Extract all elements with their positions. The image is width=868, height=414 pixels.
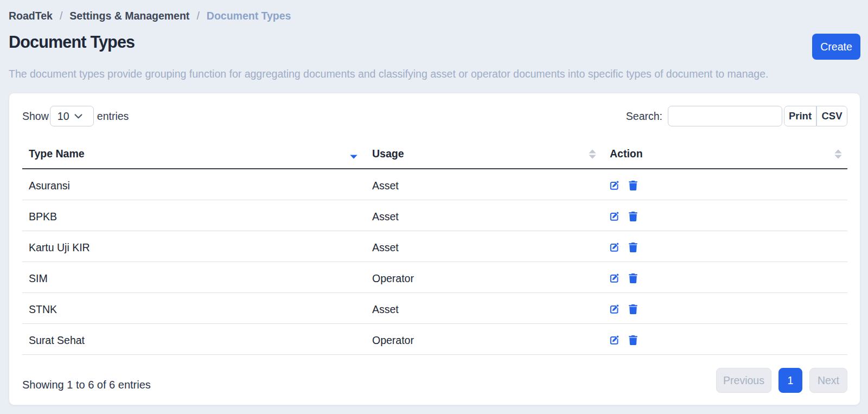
table-row: Kartu Uji KIR Asset (22, 231, 847, 262)
action-cell (603, 231, 847, 262)
edit-icon[interactable] (610, 273, 619, 283)
page-header: Document Types Create (9, 34, 860, 60)
table-card: Show 10 entries Search: Print CSV (9, 93, 860, 405)
type-name-cell: Asuransi (22, 169, 366, 200)
next-page-button[interactable]: Next (809, 368, 847, 393)
column-header-action[interactable]: Action (603, 142, 847, 169)
csv-button[interactable]: CSV (816, 106, 847, 126)
breadcrumb-separator: / (60, 10, 62, 22)
delete-icon[interactable] (629, 212, 637, 221)
search-input[interactable] (668, 106, 782, 126)
edit-icon[interactable] (610, 335, 619, 345)
edit-icon[interactable] (610, 243, 619, 252)
pagination: Previous 1 Next (716, 368, 847, 393)
previous-page-button[interactable]: Previous (716, 368, 771, 393)
action-cell (603, 262, 847, 293)
table-header-row: Type Name Usage Action (22, 142, 847, 169)
action-cell (603, 324, 847, 355)
edit-icon[interactable] (610, 181, 619, 190)
page: RoadTek / Settings & Management / Docume… (0, 0, 868, 405)
search-export-controls: Search: Print CSV (626, 106, 847, 126)
usage-cell: Operator (366, 324, 603, 355)
table-body: Asuransi Asset BPKB Asset (22, 169, 847, 355)
page-1-button[interactable]: 1 (778, 368, 802, 393)
sort-both-icon (589, 149, 596, 159)
breadcrumb-roadtek[interactable]: RoadTek (9, 10, 53, 22)
print-button[interactable]: Print (784, 106, 816, 126)
delete-icon[interactable] (629, 243, 637, 252)
action-cell (603, 169, 847, 200)
column-header-usage[interactable]: Usage (366, 142, 603, 169)
sort-desc-icon (350, 149, 358, 159)
breadcrumb-document-types: Document Types (207, 10, 291, 22)
show-label: Show (22, 110, 49, 123)
usage-cell: Asset (366, 169, 603, 200)
page-length-value: 10 (58, 110, 69, 123)
usage-cell: Asset (366, 200, 603, 231)
edit-icon[interactable] (610, 212, 619, 221)
breadcrumb: RoadTek / Settings & Management / Docume… (9, 0, 860, 22)
type-name-cell: Surat Sehat (22, 324, 366, 355)
entries-info: Showing 1 to 6 of 6 entries (22, 379, 151, 393)
page-length-select[interactable]: 10 (50, 106, 94, 126)
action-cell (603, 200, 847, 231)
table-controls: Show 10 entries Search: Print CSV (22, 106, 847, 126)
delete-icon[interactable] (629, 273, 637, 283)
delete-icon[interactable] (629, 181, 637, 190)
export-button-group: Print CSV (784, 106, 847, 126)
action-cell (603, 293, 847, 324)
table-row: STNK Asset (22, 293, 847, 324)
type-name-cell: Kartu Uji KIR (22, 231, 366, 262)
table-row: BPKB Asset (22, 200, 847, 231)
breadcrumb-settings-management[interactable]: Settings & Management (69, 10, 189, 22)
delete-icon[interactable] (629, 304, 637, 314)
page-description: The document types provide grouping func… (9, 67, 860, 80)
column-header-type-name[interactable]: Type Name (22, 142, 366, 169)
document-types-table: Type Name Usage Action (22, 142, 847, 355)
type-name-cell: SIM (22, 262, 366, 293)
search-label: Search: (626, 110, 662, 123)
table-row: Surat Sehat Operator (22, 324, 847, 355)
edit-icon[interactable] (610, 304, 619, 314)
sort-both-icon (834, 149, 842, 159)
table-row: SIM Operator (22, 262, 847, 293)
entries-label: entries (97, 110, 129, 123)
table-row: Asuransi Asset (22, 169, 847, 200)
delete-icon[interactable] (629, 335, 637, 345)
create-button[interactable]: Create (812, 34, 860, 60)
page-title: Document Types (9, 33, 135, 51)
table-footer: Showing 1 to 6 of 6 entries Previous 1 N… (22, 368, 847, 393)
breadcrumb-separator: / (196, 10, 199, 22)
usage-cell: Asset (366, 293, 603, 324)
type-name-cell: BPKB (22, 200, 366, 231)
page-length-control: Show 10 entries (22, 106, 129, 126)
chevron-down-icon (74, 114, 82, 119)
type-name-cell: STNK (22, 293, 366, 324)
usage-cell: Operator (366, 262, 603, 293)
usage-cell: Asset (366, 231, 603, 262)
